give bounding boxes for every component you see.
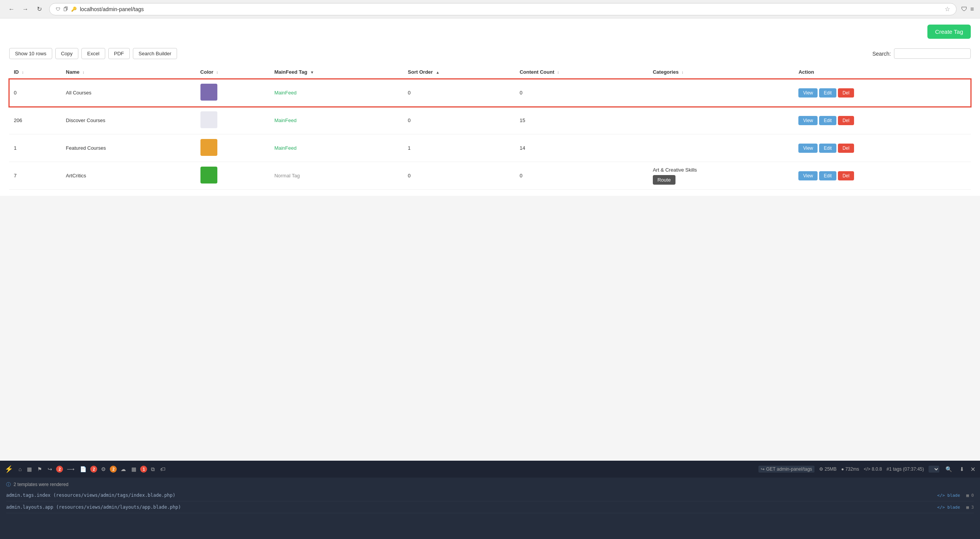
color-swatch <box>200 111 217 128</box>
url-display: localhost/admin-panel/tags <box>80 6 144 12</box>
cell-action: View Edit Del <box>794 79 971 107</box>
del-button[interactable]: Del <box>838 116 854 125</box>
del-button[interactable]: Del <box>838 88 854 98</box>
cell-sort-order: 1 <box>403 134 515 162</box>
cell-sort-order: 0 <box>403 79 515 107</box>
mainfeed-link[interactable]: MainFeed <box>274 117 296 123</box>
key-icon: 🔑 <box>71 7 77 12</box>
action-buttons: View Edit Del <box>798 144 966 153</box>
action-buttons: View Edit Del <box>798 171 966 180</box>
normal-tag-label: Normal Tag <box>274 173 300 179</box>
page-icon: 🗍 <box>63 7 68 12</box>
browser-actions: 🛡 ≡ <box>961 6 974 13</box>
create-tag-button[interactable]: Create Tag <box>927 25 971 39</box>
cell-name: ArtCritics <box>61 162 196 190</box>
cell-content-count: 14 <box>515 134 648 162</box>
edit-button[interactable]: Edit <box>819 88 836 98</box>
search-input[interactable] <box>894 48 971 59</box>
del-button[interactable]: Del <box>838 171 854 180</box>
col-sort-order[interactable]: Sort Order ▲ <box>403 65 515 79</box>
cell-content-count: 0 <box>515 162 648 190</box>
profile-icon[interactable]: 🛡 <box>961 6 967 13</box>
action-buttons: View Edit Del <box>798 88 966 98</box>
mainfeed-link[interactable]: MainFeed <box>274 145 296 151</box>
reload-button[interactable]: ↻ <box>34 4 45 15</box>
table-row: 1 Featured Courses MainFeed 1 14 View Ed… <box>9 134 971 162</box>
table-row: 7 ArtCritics Normal Tag 0 0 Art & Creati… <box>9 162 971 190</box>
color-swatch <box>200 167 217 184</box>
table-header: ID ↕ Name ↕ Color ↕ MainFeed Tag ▼ Sort … <box>9 65 971 79</box>
table-row: 0 All Courses MainFeed 0 0 View Edit Del <box>9 79 971 107</box>
page-header: Create Tag <box>9 25 971 42</box>
col-content-count[interactable]: Content Count ↕ <box>515 65 648 79</box>
edit-button[interactable]: Edit <box>819 116 836 125</box>
copy-button[interactable]: Copy <box>55 48 78 59</box>
view-button[interactable]: View <box>798 116 818 125</box>
col-name[interactable]: Name ↕ <box>61 65 196 79</box>
search-label: Search: <box>872 51 891 57</box>
toolbar-left: Show 10 rows Copy Excel PDF Search Build… <box>9 48 177 59</box>
cell-sort-order: 0 <box>403 107 515 134</box>
cell-name: Featured Courses <box>61 134 196 162</box>
data-table: ID ↕ Name ↕ Color ↕ MainFeed Tag ▼ Sort … <box>9 65 971 190</box>
table-body: 0 All Courses MainFeed 0 0 View Edit Del… <box>9 79 971 190</box>
cell-id: 7 <box>9 162 61 190</box>
table-row: 206 Discover Courses MainFeed 0 15 View … <box>9 107 971 134</box>
col-categories[interactable]: Categories ↕ <box>648 65 794 79</box>
del-button[interactable]: Del <box>838 144 854 153</box>
cell-categories <box>648 107 794 134</box>
bookmark-icon[interactable]: ☆ <box>945 5 950 13</box>
browser-chrome: ← → ↻ 🛡 🗍 🔑 localhost/admin-panel/tags ☆… <box>0 0 980 18</box>
page-content: Create Tag Show 10 rows Copy Excel PDF S… <box>0 18 980 196</box>
address-bar[interactable]: 🛡 🗍 🔑 localhost/admin-panel/tags ☆ <box>49 3 957 15</box>
cell-content-count: 15 <box>515 107 648 134</box>
browser-nav: ← → ↻ <box>6 4 45 15</box>
action-buttons: View Edit Del <box>798 116 966 125</box>
cell-color <box>196 107 270 134</box>
view-button[interactable]: View <box>798 171 818 180</box>
cell-color <box>196 79 270 107</box>
cell-name: All Courses <box>61 79 196 107</box>
cell-id: 0 <box>9 79 61 107</box>
cell-categories: Art & Creative SkillsRoute <box>648 162 794 190</box>
cell-categories <box>648 79 794 107</box>
view-button[interactable]: View <box>798 144 818 153</box>
view-button[interactable]: View <box>798 88 818 98</box>
cell-action: View Edit Del <box>794 134 971 162</box>
cell-mainfeed: MainFeed <box>270 79 403 107</box>
forward-button[interactable]: → <box>20 4 31 15</box>
cell-id: 206 <box>9 107 61 134</box>
search-builder-button[interactable]: Search Builder <box>133 48 177 59</box>
cell-sort-order: 0 <box>403 162 515 190</box>
color-swatch <box>200 139 217 156</box>
col-mainfeed[interactable]: MainFeed Tag ▼ <box>270 65 403 79</box>
cell-mainfeed: Normal Tag <box>270 162 403 190</box>
cell-action: View Edit Del <box>794 162 971 190</box>
edit-button[interactable]: Edit <box>819 171 836 180</box>
route-tooltip: Route <box>653 175 675 185</box>
col-id[interactable]: ID ↕ <box>9 65 61 79</box>
cell-action: View Edit Del <box>794 107 971 134</box>
color-swatch <box>200 84 217 101</box>
cell-content-count: 0 <box>515 79 648 107</box>
menu-icon[interactable]: ≡ <box>970 6 974 13</box>
mainfeed-link[interactable]: MainFeed <box>274 90 296 96</box>
col-action: Action <box>794 65 971 79</box>
cell-mainfeed: MainFeed <box>270 134 403 162</box>
excel-button[interactable]: Excel <box>81 48 105 59</box>
edit-button[interactable]: Edit <box>819 144 836 153</box>
col-color[interactable]: Color ↕ <box>196 65 270 79</box>
cell-mainfeed: MainFeed <box>270 107 403 134</box>
cell-color <box>196 134 270 162</box>
table-toolbar: Show 10 rows Copy Excel PDF Search Build… <box>9 48 971 59</box>
security-icon: 🛡 <box>56 7 60 12</box>
toolbar-right: Search: <box>872 48 971 59</box>
cell-id: 1 <box>9 134 61 162</box>
cell-color <box>196 162 270 190</box>
cell-categories <box>648 134 794 162</box>
show-rows-button[interactable]: Show 10 rows <box>9 48 52 59</box>
back-button[interactable]: ← <box>6 4 17 15</box>
cell-name: Discover Courses <box>61 107 196 134</box>
pdf-button[interactable]: PDF <box>108 48 130 59</box>
